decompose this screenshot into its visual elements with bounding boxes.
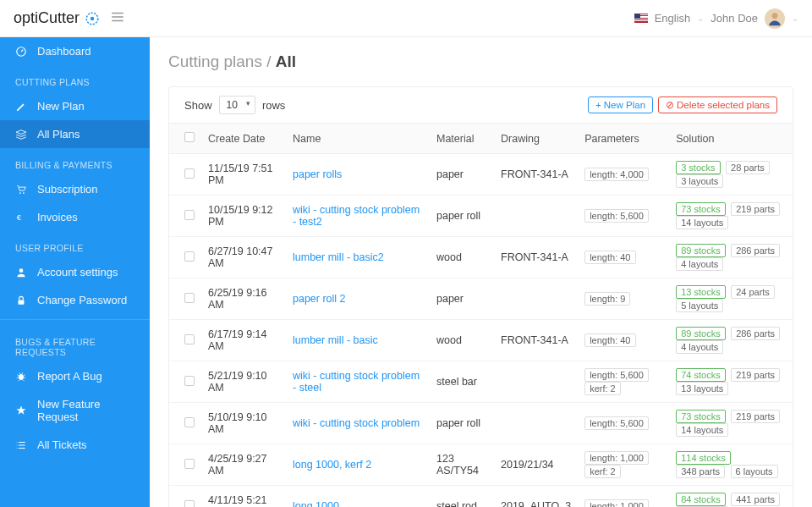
sidebar-section-profile: USER PROFILE — [0, 231, 150, 258]
col-name[interactable]: Name — [286, 124, 430, 154]
chevron-down-icon: ⌄ — [792, 14, 798, 23]
plan-name-link[interactable]: long 1000 — [293, 500, 339, 507]
col-drawing[interactable]: Drawing — [494, 124, 578, 154]
cell-params: length: 5,600 — [578, 196, 669, 237]
cell-drawing — [494, 196, 578, 237]
avatar[interactable] — [765, 8, 785, 29]
sidebar-label: Report A Bug — [37, 370, 102, 383]
sidebar-label: Invoices — [37, 211, 78, 223]
row-checkbox[interactable] — [184, 210, 195, 220]
col-parameters[interactable]: Parameters — [578, 124, 669, 154]
sidebar-item-account[interactable]: Account settings — [0, 258, 150, 286]
flag-icon — [634, 14, 648, 23]
cell-material: paper roll — [430, 196, 494, 237]
logo[interactable]: optiCutter — [14, 9, 100, 27]
row-checkbox[interactable] — [184, 251, 195, 262]
cell-params: length: 1,000kerf: 2 — [578, 444, 669, 486]
breadcrumb: Cutting plans / All — [150, 37, 812, 80]
plan-name-link[interactable]: wiki - cutting stock problem - test2 — [293, 204, 420, 228]
param-tag: length: 5,600 — [584, 209, 649, 223]
sidebar-item-invoices[interactable]: € Invoices — [0, 203, 150, 231]
cell-solution: 84 stocks 441 parts 11 layouts — [669, 486, 793, 508]
table-row: 10/15/19 9:12 PM wiki - cutting stock pr… — [169, 196, 793, 237]
table-row: 11/15/19 7:51 PM paper rolls paper FRONT… — [169, 154, 793, 196]
stocks-tag: 84 stocks — [676, 493, 725, 506]
cell-solution: 114 stocks 348 parts 6 layouts — [669, 444, 793, 486]
menu-toggle[interactable] — [110, 9, 125, 27]
sidebar-item-all-tickets[interactable]: All Tickets — [0, 431, 150, 459]
star-icon — [15, 405, 27, 416]
avatar-icon — [766, 10, 783, 27]
select-all-checkbox[interactable] — [184, 132, 195, 142]
cell-solution: 89 stocks 286 parts 4 layouts — [669, 320, 793, 361]
layouts-tag: 3 layouts — [676, 174, 723, 188]
breadcrumb-parent: Cutting plans / — [168, 52, 276, 70]
param-tag: length: 40 — [584, 333, 635, 347]
layouts-tag: 13 layouts — [676, 382, 728, 395]
col-create-date[interactable]: Create Date — [201, 124, 286, 154]
plan-name-link[interactable]: paper roll 2 — [293, 293, 346, 305]
plan-name-link[interactable]: paper rolls — [293, 168, 342, 180]
cell-solution: 3 stocks 28 parts 3 layouts — [669, 154, 793, 196]
cell-material: paper — [430, 278, 494, 320]
parts-tag: 348 parts — [676, 465, 725, 478]
parts-tag: 219 parts — [731, 202, 780, 216]
param-tag: length: 1,000 — [584, 499, 649, 507]
stocks-tag: 73 stocks — [676, 202, 725, 216]
sidebar-label: New Feature Request — [37, 398, 134, 423]
sidebar-item-new-plan[interactable]: New Plan — [0, 92, 150, 120]
param-tag: kerf: 2 — [584, 465, 621, 478]
param-tag: length: 4,000 — [584, 168, 649, 181]
plan-name-link[interactable]: wiki - cutting stock problem - steel — [293, 370, 420, 394]
cart-icon — [15, 184, 27, 196]
sidebar-item-dashboard[interactable]: Dashboard — [0, 37, 150, 65]
parts-tag: 28 parts — [726, 161, 770, 174]
sidebar-item-report-bug[interactable]: Report A Bug — [0, 362, 150, 390]
plan-name-link[interactable]: lumber mill - basic — [293, 334, 378, 346]
svg-text:€: € — [17, 212, 22, 221]
col-material[interactable]: Material — [430, 124, 494, 154]
col-solution[interactable]: Solution — [669, 124, 793, 154]
stocks-tag: 3 stocks — [676, 161, 720, 174]
stocks-tag: 89 stocks — [676, 244, 725, 257]
delete-selected-button[interactable]: ⊘Delete selected plans — [658, 96, 777, 113]
button-label: Delete selected plans — [677, 100, 770, 110]
sidebar-item-all-plans[interactable]: All Plans — [0, 120, 150, 148]
plans-table: Create Date Name Material Drawing Parame… — [169, 123, 793, 507]
page-size-select[interactable]: 10 — [219, 96, 255, 114]
cell-drawing: 2019_AUTO_3 — [494, 486, 578, 508]
plan-name-link[interactable]: lumber mill - basic2 — [293, 251, 384, 263]
cell-material: wood — [430, 320, 494, 361]
cell-solution: 73 stocks 219 parts 14 layouts — [669, 403, 793, 444]
cell-solution: 73 stocks 219 parts 14 layouts — [669, 196, 793, 237]
cell-date: 6/25/19 9:16 AM — [201, 278, 286, 320]
layouts-tag: 14 layouts — [676, 423, 728, 437]
row-checkbox[interactable] — [184, 168, 195, 179]
row-checkbox[interactable] — [184, 459, 195, 469]
row-checkbox[interactable] — [184, 376, 195, 386]
layouts-tag: 6 layouts — [731, 465, 778, 478]
sidebar-item-subscription[interactable]: Subscription — [0, 175, 150, 203]
stack-icon — [15, 129, 27, 141]
plan-name-link[interactable]: wiki - cutting stock problem — [293, 417, 420, 429]
row-checkbox[interactable] — [184, 500, 195, 508]
new-plan-button[interactable]: +New Plan — [588, 96, 653, 113]
chevron-down-icon: ⌄ — [697, 14, 704, 23]
cell-drawing: FRONT-341-A — [494, 154, 578, 196]
language-selector[interactable]: English — [655, 12, 691, 25]
pencil-icon — [15, 101, 27, 113]
row-checkbox[interactable] — [184, 334, 195, 344]
sidebar-item-password[interactable]: Change Password — [0, 286, 150, 314]
row-checkbox[interactable] — [184, 417, 195, 427]
panel-toolbar: Show 10 rows +New Plan ⊘Delete selected … — [169, 87, 793, 123]
sidebar-item-feature-request[interactable]: New Feature Request — [0, 390, 150, 431]
user-name[interactable]: John Doe — [710, 12, 758, 25]
cell-solution: 13 stocks 24 parts 5 layouts — [669, 278, 793, 320]
parts-tag: 219 parts — [731, 410, 780, 423]
table-row: 5/21/19 9:10 AM wiki - cutting stock pro… — [169, 361, 793, 403]
cell-solution: 74 stocks 219 parts 13 layouts — [669, 361, 793, 403]
row-checkbox[interactable] — [184, 293, 195, 303]
plan-name-link[interactable]: long 1000, kerf 2 — [293, 459, 371, 471]
cell-material: paper roll — [430, 403, 494, 444]
cell-solution: 89 stocks 286 parts 4 layouts — [669, 237, 793, 278]
